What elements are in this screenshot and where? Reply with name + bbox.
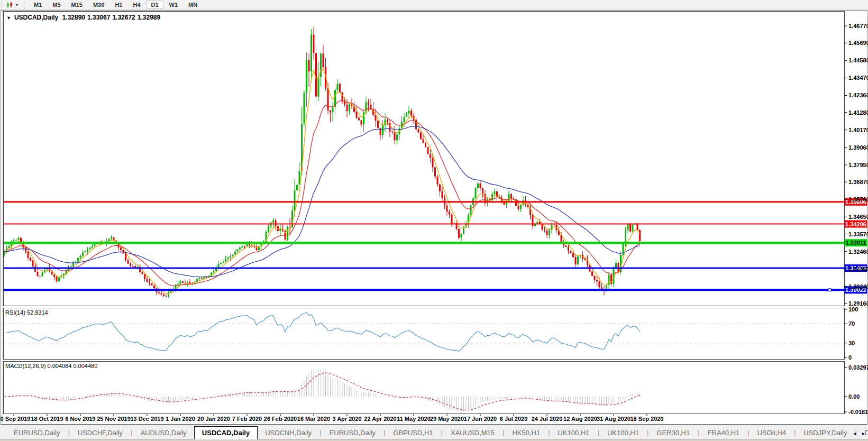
chart-cursor-icon[interactable] [6,2,15,8]
timeframe-button-h1[interactable]: H1 [110,1,127,9]
svg-text:11 May 2020: 11 May 2020 [397,416,431,422]
time-axis[interactable]: 30 Sep 201918 Oct 20196 Nov 201925 Nov 2… [0,414,664,422]
svg-text:6 Nov 2019: 6 Nov 2019 [65,416,95,422]
line-selection-handle[interactable] [828,289,831,291]
chart-tab-bar: EURUSD,Daily|USDCHF,Daily|AUDUSD,DailyUS… [0,425,868,439]
svg-text:1.45690: 1.45690 [848,40,868,46]
price-level-badge: 1.34206 [845,221,867,228]
svg-text:17 Jun 2020: 17 Jun 2020 [464,416,497,422]
timeframe-button-m1[interactable]: M1 [29,1,47,9]
svg-text:25 Nov 2019: 25 Nov 2019 [97,416,131,422]
price-axis[interactable]: 1.467701.456901.445801.434701.423601.412… [844,23,868,307]
rsi-indicator-label: RSI(14) 52.8314 [5,309,48,316]
svg-text:7 Feb 2020: 7 Feb 2020 [232,416,262,422]
svg-text:1.42360: 1.42360 [848,92,868,98]
chart-title[interactable]: ▼USDCAD,Daily 1.328901.330671.326721.329… [6,14,162,21]
timeframe-button-m5[interactable]: M5 [48,1,65,9]
svg-text:1.43470: 1.43470 [848,75,868,81]
macd-indicator-label: MACD(12,26,9) 0.004084 0.004480 [5,363,97,369]
svg-text:3 Apr 2020: 3 Apr 2020 [332,416,361,422]
svg-text:6 Jul 2020: 6 Jul 2020 [500,416,528,422]
timeframe-button-w1[interactable]: W1 [165,1,183,9]
svg-text:24 Jul 2020: 24 Jul 2020 [532,416,563,422]
tabs-scroll-left-icon[interactable]: ◄ [852,431,857,436]
svg-text:-0.018154: -0.018154 [848,409,868,415]
tab-usdcad-daily[interactable]: USDCAD,Daily [194,426,258,439]
toolbar-separator [24,2,25,8]
price-chart-svg[interactable]: 1.356061.342061.330111.314051.300221.467… [0,10,868,425]
svg-text:30 Sep 2019: 30 Sep 2019 [0,416,31,422]
svg-text:13 Dec 2019: 13 Dec 2019 [131,416,164,422]
svg-text:18 Oct 2019: 18 Oct 2019 [31,416,63,422]
svg-text:18 Sep 2020: 18 Sep 2020 [631,416,664,422]
price-level-badge: 1.33011 [845,239,867,246]
svg-text:1.34650: 1.34650 [848,214,868,220]
svg-text:1.36870: 1.36870 [848,179,868,185]
tab-gbpusd-h1[interactable]: GBPUSD,H1 [386,427,440,439]
tab-ger30-h1[interactable]: GER30,H1 [649,427,697,439]
svg-text:26 Feb 2020: 26 Feb 2020 [264,416,297,422]
tab-uk100-h1[interactable]: UK100,H1 [600,427,646,439]
collapse-caret-icon[interactable]: ▼ [6,15,11,21]
tab-audusd-daily[interactable]: AUDUSD,Daily [133,427,194,439]
svg-text:0: 0 [848,354,852,361]
top-toolbar: ▾ M1M5M15M30H1H4D1W1MN [0,0,868,10]
tab-usdchf-daily[interactable]: USDCHF,Daily [70,427,130,439]
svg-text:29 May 2020: 29 May 2020 [430,416,464,422]
svg-text:1.32460: 1.32460 [848,249,868,255]
svg-text:1.39060: 1.39060 [848,144,868,151]
svg-text:1.37950: 1.37950 [848,162,868,168]
chart-symbol-label: USDCAD,Daily [14,14,58,21]
ohlc-close: 1.32989 [138,14,160,21]
timeframe-button-mn[interactable]: MN [184,1,202,9]
status-strip [0,439,868,441]
svg-text:12 Aug 2020: 12 Aug 2020 [563,416,597,422]
ohlc-low: 1.32672 [112,14,135,21]
svg-text:0.00: 0.00 [848,393,860,400]
timeframe-button-d1[interactable]: D1 [147,1,163,9]
toolbar-grip[interactable] [1,2,4,8]
svg-text:0.032972: 0.032972 [848,364,868,371]
svg-text:16 Mar 2020: 16 Mar 2020 [297,416,330,422]
tabs-scroll-right-icon[interactable]: ► [861,431,866,436]
svg-text:1.31350: 1.31350 [848,266,868,272]
svg-text:22 Apr 2020: 22 Apr 2020 [364,416,396,422]
svg-text:1.33011: 1.33011 [845,240,866,246]
tab-eurusd-daily[interactable]: EURUSD,Daily [6,427,67,439]
chevron-down-icon[interactable]: ▾ [16,3,18,7]
svg-text:1.30240: 1.30240 [848,283,868,290]
svg-text:1.46770: 1.46770 [848,23,868,29]
svg-text:1 Jan 2020: 1 Jan 2020 [166,416,195,422]
svg-text:1.34206: 1.34206 [845,221,866,227]
svg-text:1.35760: 1.35760 [848,196,868,203]
tab-eurusd-daily[interactable]: EURUSD,Daily [322,427,383,439]
svg-text:31 Aug 2020: 31 Aug 2020 [597,416,631,422]
ohlc-high: 1.33067 [87,14,110,21]
tab-xauusd-m15[interactable]: XAUUSD,M15 [443,427,502,439]
svg-text:30: 30 [848,340,855,346]
tab-usoil-h4[interactable]: USOil,H4 [750,427,793,439]
svg-text:1.33570: 1.33570 [848,231,868,237]
svg-text:20 Jan 2020: 20 Jan 2020 [197,416,230,422]
tab-hk50-h1[interactable]: HK50,H1 [505,427,547,439]
svg-text:1.44580: 1.44580 [848,57,868,63]
tab-uk100-h1[interactable]: UK100,H1 [551,427,597,439]
ohlc-open: 1.32890 [62,14,85,21]
chart-window[interactable]: ▼USDCAD,Daily 1.328901.330671.326721.329… [0,10,868,425]
svg-text:70: 70 [848,320,855,327]
timeframe-button-h4[interactable]: H4 [128,1,145,9]
timeframe-button-m15[interactable]: M15 [67,1,87,9]
tab-fra40-h1[interactable]: FRA40,H1 [700,427,747,439]
svg-text:100: 100 [848,306,858,313]
tab-usdcnh-daily[interactable]: USDCNH,Daily [258,427,319,439]
svg-text:1.40170: 1.40170 [848,127,868,133]
tab-usdjpy-daily[interactable]: USDJPY,Daily [796,427,854,439]
timeframe-button-m30[interactable]: M30 [88,1,109,9]
svg-text:1.41280: 1.41280 [848,109,868,116]
